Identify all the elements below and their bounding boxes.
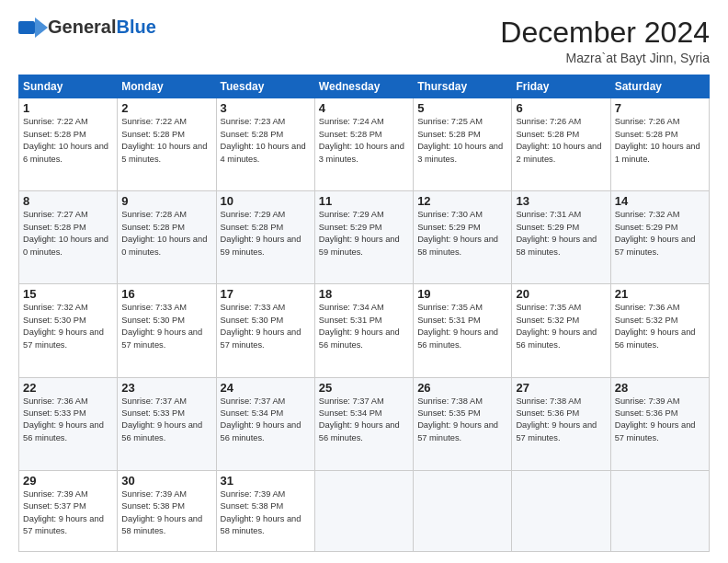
day-info: Sunrise: 7:38 AMSunset: 5:36 PMDaylight:… <box>516 396 606 445</box>
table-cell <box>610 470 709 551</box>
logo-icon <box>18 17 48 38</box>
table-cell: 9 Sunrise: 7:28 AMSunset: 5:28 PMDayligh… <box>118 191 216 284</box>
location: Mazra`at Bayt Jinn, Syria <box>500 51 710 65</box>
logo-text: GeneralBlue <box>48 17 156 38</box>
table-cell: 5 Sunrise: 7:25 AMSunset: 5:28 PMDayligh… <box>414 98 512 191</box>
day-info: Sunrise: 7:38 AMSunset: 5:35 PMDaylight:… <box>417 396 507 445</box>
day-number: 11 <box>319 194 409 208</box>
day-number: 19 <box>417 287 507 301</box>
day-info: Sunrise: 7:39 AMSunset: 5:37 PMDaylight:… <box>23 488 113 538</box>
table-cell <box>314 470 413 551</box>
day-number: 20 <box>516 287 606 301</box>
table-cell: 31 Sunrise: 7:39 AMSunset: 5:38 PMDaylig… <box>216 470 314 551</box>
day-info: Sunrise: 7:35 AMSunset: 5:32 PMDaylight:… <box>516 302 606 351</box>
day-info: Sunrise: 7:28 AMSunset: 5:28 PMDaylight:… <box>121 209 211 259</box>
day-number: 17 <box>221 287 311 301</box>
table-cell: 27 Sunrise: 7:38 AMSunset: 5:36 PMDaylig… <box>512 377 610 470</box>
table-cell: 15 Sunrise: 7:32 AMSunset: 5:30 PMDaylig… <box>19 284 118 377</box>
col-saturday: Saturday <box>610 75 709 98</box>
col-tuesday: Tuesday <box>216 75 314 98</box>
table-cell: 2 Sunrise: 7:22 AMSunset: 5:28 PMDayligh… <box>118 98 216 191</box>
col-wednesday: Wednesday <box>314 75 413 98</box>
day-info: Sunrise: 7:26 AMSunset: 5:28 PMDaylight:… <box>516 116 606 166</box>
day-info: Sunrise: 7:24 AMSunset: 5:28 PMDaylight:… <box>319 116 409 166</box>
day-number: 30 <box>121 474 211 488</box>
table-cell: 17 Sunrise: 7:33 AMSunset: 5:30 PMDaylig… <box>216 284 314 377</box>
day-info: Sunrise: 7:32 AMSunset: 5:29 PMDaylight:… <box>615 209 705 259</box>
day-info: Sunrise: 7:22 AMSunset: 5:28 PMDaylight:… <box>121 116 211 166</box>
table-cell: 11 Sunrise: 7:29 AMSunset: 5:29 PMDaylig… <box>314 191 413 284</box>
day-info: Sunrise: 7:33 AMSunset: 5:30 PMDaylight:… <box>121 302 211 351</box>
day-info: Sunrise: 7:26 AMSunset: 5:28 PMDaylight:… <box>615 116 705 166</box>
table-cell: 14 Sunrise: 7:32 AMSunset: 5:29 PMDaylig… <box>610 191 709 284</box>
day-info: Sunrise: 7:33 AMSunset: 5:30 PMDaylight:… <box>221 302 311 351</box>
day-info: Sunrise: 7:37 AMSunset: 5:34 PMDaylight:… <box>319 396 409 445</box>
svg-marker-1 <box>35 17 48 38</box>
table-cell: 16 Sunrise: 7:33 AMSunset: 5:30 PMDaylig… <box>118 284 216 377</box>
table-cell: 26 Sunrise: 7:38 AMSunset: 5:35 PMDaylig… <box>414 377 512 470</box>
day-number: 31 <box>221 474 311 488</box>
table-cell: 22 Sunrise: 7:36 AMSunset: 5:33 PMDaylig… <box>19 377 118 470</box>
day-info: Sunrise: 7:34 AMSunset: 5:31 PMDaylight:… <box>319 302 409 351</box>
title-block: December 2024 Mazra`at Bayt Jinn, Syria <box>500 17 710 65</box>
day-number: 28 <box>615 381 705 395</box>
table-cell: 21 Sunrise: 7:36 AMSunset: 5:32 PMDaylig… <box>610 284 709 377</box>
table-cell: 20 Sunrise: 7:35 AMSunset: 5:32 PMDaylig… <box>512 284 610 377</box>
day-info: Sunrise: 7:29 AMSunset: 5:29 PMDaylight:… <box>319 209 409 259</box>
day-number: 21 <box>615 287 705 301</box>
logo: GeneralBlue <box>18 17 156 38</box>
table-cell: 25 Sunrise: 7:37 AMSunset: 5:34 PMDaylig… <box>314 377 413 470</box>
table-cell <box>414 470 512 551</box>
day-info: Sunrise: 7:39 AMSunset: 5:36 PMDaylight:… <box>615 396 705 445</box>
day-number: 6 <box>516 101 606 115</box>
day-number: 3 <box>221 101 311 115</box>
table-cell: 18 Sunrise: 7:34 AMSunset: 5:31 PMDaylig… <box>314 284 413 377</box>
day-info: Sunrise: 7:36 AMSunset: 5:32 PMDaylight:… <box>615 302 705 351</box>
calendar-table: Sunday Monday Tuesday Wednesday Thursday… <box>18 75 710 552</box>
day-info: Sunrise: 7:37 AMSunset: 5:33 PMDaylight:… <box>121 396 211 445</box>
day-info: Sunrise: 7:32 AMSunset: 5:30 PMDaylight:… <box>23 302 113 351</box>
day-info: Sunrise: 7:31 AMSunset: 5:29 PMDaylight:… <box>516 209 606 259</box>
table-cell: 7 Sunrise: 7:26 AMSunset: 5:28 PMDayligh… <box>610 98 709 191</box>
svg-rect-0 <box>18 21 35 34</box>
day-info: Sunrise: 7:36 AMSunset: 5:33 PMDaylight:… <box>23 396 113 445</box>
day-info: Sunrise: 7:29 AMSunset: 5:28 PMDaylight:… <box>221 209 311 259</box>
table-cell: 1 Sunrise: 7:22 AMSunset: 5:28 PMDayligh… <box>19 98 118 191</box>
table-cell: 24 Sunrise: 7:37 AMSunset: 5:34 PMDaylig… <box>216 377 314 470</box>
day-info: Sunrise: 7:39 AMSunset: 5:38 PMDaylight:… <box>121 488 211 538</box>
day-info: Sunrise: 7:27 AMSunset: 5:28 PMDaylight:… <box>23 209 113 259</box>
table-cell: 19 Sunrise: 7:35 AMSunset: 5:31 PMDaylig… <box>414 284 512 377</box>
col-sunday: Sunday <box>19 75 118 98</box>
day-number: 5 <box>417 101 507 115</box>
day-info: Sunrise: 7:39 AMSunset: 5:38 PMDaylight:… <box>221 488 311 538</box>
day-number: 15 <box>23 287 113 301</box>
day-number: 12 <box>417 194 507 208</box>
day-info: Sunrise: 7:37 AMSunset: 5:34 PMDaylight:… <box>221 396 311 445</box>
day-number: 9 <box>121 194 211 208</box>
day-number: 26 <box>417 381 507 395</box>
table-cell: 12 Sunrise: 7:30 AMSunset: 5:29 PMDaylig… <box>414 191 512 284</box>
day-info: Sunrise: 7:35 AMSunset: 5:31 PMDaylight:… <box>417 302 507 351</box>
day-number: 7 <box>615 101 705 115</box>
table-cell: 23 Sunrise: 7:37 AMSunset: 5:33 PMDaylig… <box>118 377 216 470</box>
day-number: 14 <box>615 194 705 208</box>
day-info: Sunrise: 7:25 AMSunset: 5:28 PMDaylight:… <box>417 116 507 166</box>
day-number: 22 <box>23 381 113 395</box>
table-cell: 29 Sunrise: 7:39 AMSunset: 5:37 PMDaylig… <box>19 470 118 551</box>
table-cell: 30 Sunrise: 7:39 AMSunset: 5:38 PMDaylig… <box>118 470 216 551</box>
page: GeneralBlue December 2024 Mazra`at Bayt … <box>0 0 728 563</box>
calendar-header-row: Sunday Monday Tuesday Wednesday Thursday… <box>19 75 710 98</box>
col-friday: Friday <box>512 75 610 98</box>
day-number: 16 <box>121 287 211 301</box>
day-number: 29 <box>23 474 113 488</box>
day-info: Sunrise: 7:30 AMSunset: 5:29 PMDaylight:… <box>417 209 507 259</box>
table-cell: 13 Sunrise: 7:31 AMSunset: 5:29 PMDaylig… <box>512 191 610 284</box>
table-cell: 4 Sunrise: 7:24 AMSunset: 5:28 PMDayligh… <box>314 98 413 191</box>
day-number: 27 <box>516 381 606 395</box>
table-cell: 10 Sunrise: 7:29 AMSunset: 5:28 PMDaylig… <box>216 191 314 284</box>
col-thursday: Thursday <box>414 75 512 98</box>
day-number: 1 <box>23 101 113 115</box>
day-number: 24 <box>221 381 311 395</box>
table-cell: 28 Sunrise: 7:39 AMSunset: 5:36 PMDaylig… <box>610 377 709 470</box>
day-info: Sunrise: 7:22 AMSunset: 5:28 PMDaylight:… <box>23 116 113 166</box>
